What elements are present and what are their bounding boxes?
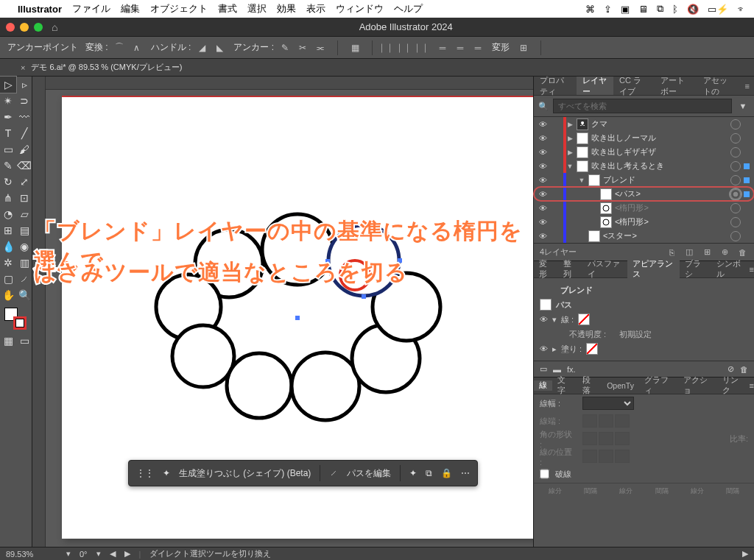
pen-tool[interactable]: ✒ [0, 109, 16, 125]
symbol-sprayer-tool[interactable]: ✲ [0, 255, 16, 271]
convert-corner-icon[interactable]: ⌒ [113, 41, 126, 54]
new-layer-icon[interactable]: ⊕ [719, 247, 730, 257]
align-bottom-icon[interactable]: ═ [471, 41, 485, 54]
scale-tool[interactable]: ⤢ [16, 174, 32, 190]
align-hcenter-icon[interactable]: ⎸⎸ [401, 41, 414, 54]
rectangle-tool[interactable]: ▭ [0, 141, 16, 157]
panel-menu-icon[interactable]: ≡ [741, 82, 754, 91]
target-icon[interactable] [730, 147, 741, 157]
gradient-tool[interactable]: ▤ [16, 222, 32, 238]
layer-row[interactable]: 👁<楕円形> [534, 215, 754, 229]
close-button[interactable] [6, 23, 15, 32]
free-transform-tool[interactable]: ⊡ [16, 190, 32, 206]
corner-miter-icon[interactable] [582, 432, 597, 445]
disclosure-icon[interactable]: ▼ [566, 163, 574, 170]
menu-select[interactable]: 選択 [247, 2, 267, 15]
layer-name[interactable]: 吹き出しギザギザ [591, 146, 727, 157]
anchor-remove-icon[interactable]: ✎ [278, 41, 292, 54]
visibility-icon[interactable]: 👁 [534, 232, 552, 241]
target-icon[interactable] [730, 217, 741, 227]
bot-panel-menu-icon[interactable]: ≡ [750, 381, 754, 390]
add-fill-icon[interactable]: ▬ [553, 365, 561, 374]
shaper-tool[interactable]: ✎ [0, 157, 16, 174]
visibility-icon[interactable]: 👁 [534, 120, 552, 129]
gen-fill-button[interactable]: 生成塗りつぶし (シェイプ) (Beta) [179, 467, 311, 480]
artboard-tool[interactable]: ▢ [0, 271, 16, 287]
battery-icon[interactable]: ▭⚡ [708, 4, 728, 15]
layer-name[interactable]: 吹き出し考えるとき [591, 160, 727, 171]
target-icon[interactable] [730, 189, 741, 199]
tab-properties[interactable]: プロパティ [534, 77, 577, 95]
rotation-dropdown-icon[interactable]: ▾ [96, 549, 101, 559]
layer-name[interactable]: クマ [591, 118, 727, 130]
display-icon[interactable]: 🖥 [638, 4, 648, 15]
zoom-dropdown-icon[interactable]: ▾ [66, 549, 71, 559]
fill-swatch-none[interactable] [586, 343, 598, 355]
appearance-opacity-value[interactable]: 初期設定 [619, 329, 652, 340]
fill-stroke-control[interactable] [4, 308, 27, 330]
tab-pathfinder[interactable]: パスファイ [582, 259, 627, 280]
edit-path-button[interactable]: パスを編集 [347, 467, 391, 480]
tab-layers[interactable]: レイヤー [577, 77, 613, 95]
menu-help[interactable]: ヘルプ [394, 2, 423, 15]
line-icon[interactable]: ▣ [621, 4, 630, 15]
anchor-cut-icon[interactable]: ✂ [296, 41, 309, 54]
menu-file[interactable]: ファイル [72, 2, 110, 15]
canvas-area[interactable]: 「ブレンド」レイヤーの中の基準になる楕円を選んで、 はさみツールで適当なところを… [32, 77, 533, 547]
hand-tool[interactable]: ✋ [0, 287, 16, 303]
perspective-tool[interactable]: ▱ [16, 206, 32, 222]
tab-artboards[interactable]: アートボー [655, 77, 697, 95]
doc-tab-close-icon[interactable]: × [21, 63, 25, 72]
add-stroke-icon[interactable]: ▭ [540, 364, 547, 374]
target-icon[interactable] [730, 231, 741, 241]
layer-row[interactable]: 👁<スター> [534, 229, 754, 243]
appearance-item-swatch[interactable] [540, 299, 552, 311]
width-tool[interactable]: ⋔ [0, 190, 16, 206]
selection-tool[interactable]: ▷ [0, 77, 16, 93]
visibility-icon[interactable]: 👁 [534, 148, 552, 157]
target-icon[interactable] [730, 119, 741, 130]
drag-handle-icon[interactable]: ⋮⋮ [136, 468, 154, 478]
expand-fill-icon[interactable]: ▸ [552, 344, 557, 354]
screen-mirror-icon[interactable]: ⧉ [657, 3, 663, 15]
minimize-button[interactable] [20, 23, 29, 32]
qab-lock-icon[interactable]: 🔒 [441, 468, 452, 478]
qab-menu-icon[interactable]: ⋯ [461, 468, 470, 478]
tab-cclib[interactable]: CC ライブ [613, 77, 655, 95]
eraser-tool[interactable]: ⌫ [16, 157, 32, 174]
ruler-vertical[interactable] [32, 77, 46, 547]
tab-align[interactable]: 整列 [558, 259, 582, 280]
layer-name[interactable]: <楕円形> [615, 202, 727, 213]
align-top-icon[interactable]: ═ [436, 41, 449, 54]
qab-more-1-icon[interactable]: ✦ [409, 468, 417, 478]
rotation-value[interactable]: 0° [80, 550, 88, 559]
maximize-button[interactable] [34, 23, 43, 32]
tab-assets[interactable]: アセットの [697, 77, 740, 95]
vis-fill-icon[interactable]: 👁 [540, 344, 548, 353]
layer-name[interactable]: <パス> [615, 188, 727, 199]
artboard-nav-next-icon[interactable]: ▶ [124, 549, 130, 559]
graph-tool[interactable]: ▥ [16, 255, 32, 271]
rotate-tool[interactable]: ↻ [0, 174, 16, 190]
direct-select-tool[interactable]: ▹ [16, 77, 32, 93]
corner-bevel-icon[interactable] [615, 432, 630, 445]
locate-layer-icon[interactable]: ⎘ [666, 248, 677, 257]
tab-symbols[interactable]: シンボル [711, 259, 750, 280]
add-effect-icon[interactable]: fx. [567, 365, 576, 374]
make-clip-icon[interactable]: ◫ [683, 247, 695, 257]
disclosure-icon[interactable]: ▼ [578, 177, 585, 184]
bluetooth-icon[interactable]: ᛒ [672, 4, 678, 15]
cap-square-icon[interactable] [615, 414, 630, 428]
handle-show-icon[interactable]: ◢ [195, 41, 208, 54]
color-mode-icon[interactable]: ▦ [0, 333, 16, 349]
paintbrush-tool[interactable]: 🖌 [16, 141, 32, 157]
layer-row[interactable]: 👁▶吹き出しノーマル [534, 131, 754, 145]
wifi-icon[interactable]: ᯤ [737, 4, 747, 15]
cap-round-icon[interactable] [599, 414, 613, 428]
menu-effect[interactable]: 効果 [277, 2, 296, 15]
visibility-icon[interactable]: 👁 [534, 190, 552, 199]
visibility-icon[interactable]: 👁 [534, 162, 552, 171]
tab-brushes[interactable]: ブラシ [680, 259, 711, 280]
disclosure-icon[interactable]: ▶ [566, 135, 574, 142]
convert-smooth-icon[interactable]: ∧ [130, 41, 144, 54]
